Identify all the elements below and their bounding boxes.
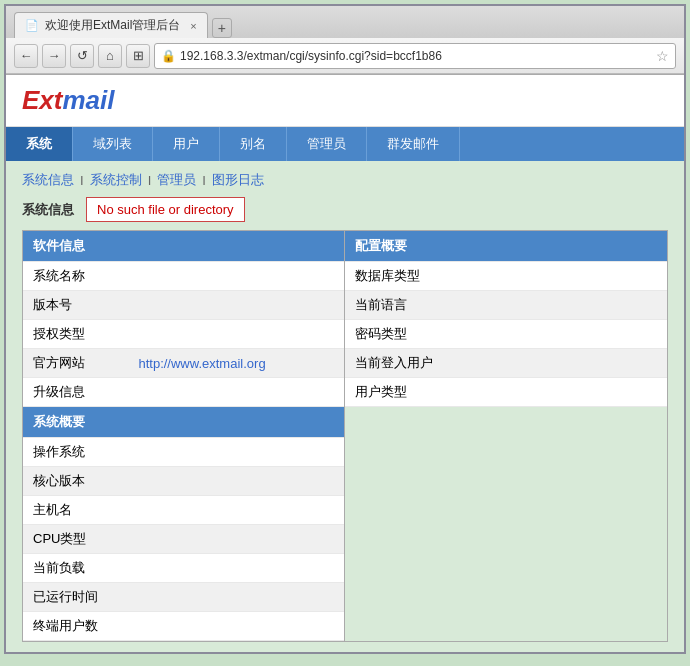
table-row: 终端用户数 (23, 612, 344, 641)
breadcrumb-syscontrol[interactable]: 系统控制 (90, 171, 142, 189)
table-row: 当前语言 (345, 291, 667, 320)
nav-tab-admin[interactable]: 管理员 (287, 127, 367, 161)
table-row: 数据库类型 (345, 262, 667, 291)
software-header: 软件信息 (23, 231, 344, 262)
config-header: 配置概要 (345, 231, 667, 262)
breadcrumb-sep-1: I (80, 173, 84, 188)
current-user-label: 当前登入用户 (345, 349, 612, 378)
nav-tabs: 系统 域列表 用户 别名 管理员 群发邮件 (6, 127, 684, 161)
breadcrumb-admin[interactable]: 管理员 (157, 171, 196, 189)
version-label: 版本号 (23, 291, 128, 320)
lang-value (612, 291, 667, 320)
nav-tab-domain[interactable]: 域列表 (73, 127, 153, 161)
menu-button[interactable]: ⊞ (126, 44, 150, 68)
kernel-label: 核心版本 (23, 467, 283, 496)
license-value (128, 320, 344, 349)
ssl-icon: 🔒 (161, 49, 176, 63)
table-row: 当前登入用户 (345, 349, 667, 378)
table-row: 当前负载 (23, 554, 344, 583)
version-value (128, 291, 344, 320)
error-message: No such file or directory (86, 197, 245, 222)
left-panel: 软件信息 系统名称 版本号 授权类型 (23, 231, 345, 641)
nav-tab-system[interactable]: 系统 (6, 127, 73, 161)
users-value (283, 612, 344, 641)
logo-area: Extmail (6, 75, 684, 127)
cpu-value (283, 525, 344, 554)
software-name-value (128, 262, 344, 291)
website-value[interactable]: http://www.extmail.org (128, 349, 344, 378)
right-panel: 配置概要 数据库类型 当前语言 密码类型 (345, 231, 667, 641)
nav-tab-alias[interactable]: 别名 (220, 127, 287, 161)
current-user-value (612, 349, 667, 378)
nav-tab-mail[interactable]: 群发邮件 (367, 127, 460, 161)
logo-ext: Ext (22, 85, 62, 115)
breadcrumb-sep-3: I (202, 173, 206, 188)
tab-page-icon: 📄 (25, 19, 39, 32)
browser-tab[interactable]: 📄 欢迎使用ExtMail管理后台 × (14, 12, 208, 38)
table-row: 操作系统 (23, 438, 344, 467)
hostname-label: 主机名 (23, 496, 283, 525)
software-header-row: 软件信息 (23, 231, 344, 262)
system-table: 系统概要 操作系统 核心版本 主机名 (23, 407, 344, 641)
user-type-value (612, 378, 667, 407)
load-value (283, 554, 344, 583)
section-header: 系统信息 No such file or directory (22, 197, 668, 222)
tab-title: 欢迎使用ExtMail管理后台 (45, 17, 180, 34)
logo: Extmail (22, 85, 115, 115)
home-button[interactable]: ⌂ (98, 44, 122, 68)
db-type-value (612, 262, 667, 291)
table-row: 授权类型 (23, 320, 344, 349)
info-tables: 软件信息 系统名称 版本号 授权类型 (22, 230, 668, 642)
os-label: 操作系统 (23, 438, 283, 467)
breadcrumb-sep-2: I (148, 173, 152, 188)
license-label: 授权类型 (23, 320, 128, 349)
table-row: 用户类型 (345, 378, 667, 407)
pwd-type-label: 密码类型 (345, 320, 612, 349)
system-header-row: 系统概要 (23, 407, 344, 438)
bookmark-icon[interactable]: ☆ (656, 48, 669, 64)
uptime-label: 已运行时间 (23, 583, 283, 612)
os-value (283, 438, 344, 467)
users-label: 终端用户数 (23, 612, 283, 641)
tab-bar: 📄 欢迎使用ExtMail管理后台 × + (6, 6, 684, 38)
nav-tab-user[interactable]: 用户 (153, 127, 220, 161)
breadcrumb-sysinfo[interactable]: 系统信息 (22, 171, 74, 189)
config-header-row: 配置概要 (345, 231, 667, 262)
table-row: 系统名称 (23, 262, 344, 291)
page-body: 系统信息 I 系统控制 I 管理员 I 图形日志 系统信息 No such fi… (6, 161, 684, 652)
table-row: 已运行时间 (23, 583, 344, 612)
forward-button[interactable]: → (42, 44, 66, 68)
db-type-label: 数据库类型 (345, 262, 612, 291)
software-table: 软件信息 系统名称 版本号 授权类型 (23, 231, 344, 407)
table-row: 核心版本 (23, 467, 344, 496)
table-row: CPU类型 (23, 525, 344, 554)
browser-toolbar: ← → ↺ ⌂ ⊞ 🔒 ☆ (6, 38, 684, 74)
cpu-label: CPU类型 (23, 525, 283, 554)
breadcrumb: 系统信息 I 系统控制 I 管理员 I 图形日志 (22, 171, 668, 189)
pwd-type-value (612, 320, 667, 349)
address-bar-container[interactable]: 🔒 ☆ (154, 43, 676, 69)
load-label: 当前负载 (23, 554, 283, 583)
software-name-label: 系统名称 (23, 262, 128, 291)
section-title: 系统信息 (22, 201, 74, 219)
table-row: 升级信息 (23, 378, 344, 407)
new-tab-button[interactable]: + (212, 18, 232, 38)
page-content: Extmail 系统 域列表 用户 别名 管理员 群发邮件 系统信息 I 系统控… (6, 75, 684, 652)
table-row: 密码类型 (345, 320, 667, 349)
user-type-label: 用户类型 (345, 378, 612, 407)
hostname-value (283, 496, 344, 525)
address-input[interactable] (180, 49, 652, 63)
system-header: 系统概要 (23, 407, 344, 438)
website-label: 官方网站 (23, 349, 128, 378)
breadcrumb-graph[interactable]: 图形日志 (212, 171, 264, 189)
table-row: 官方网站 http://www.extmail.org (23, 349, 344, 378)
upgrade-value (128, 378, 344, 407)
lang-label: 当前语言 (345, 291, 612, 320)
logo-mail: mail (62, 85, 114, 115)
tab-close-button[interactable]: × (190, 20, 196, 32)
back-button[interactable]: ← (14, 44, 38, 68)
refresh-button[interactable]: ↺ (70, 44, 94, 68)
uptime-value (283, 583, 344, 612)
config-table: 配置概要 数据库类型 当前语言 密码类型 (345, 231, 667, 407)
table-row: 版本号 (23, 291, 344, 320)
